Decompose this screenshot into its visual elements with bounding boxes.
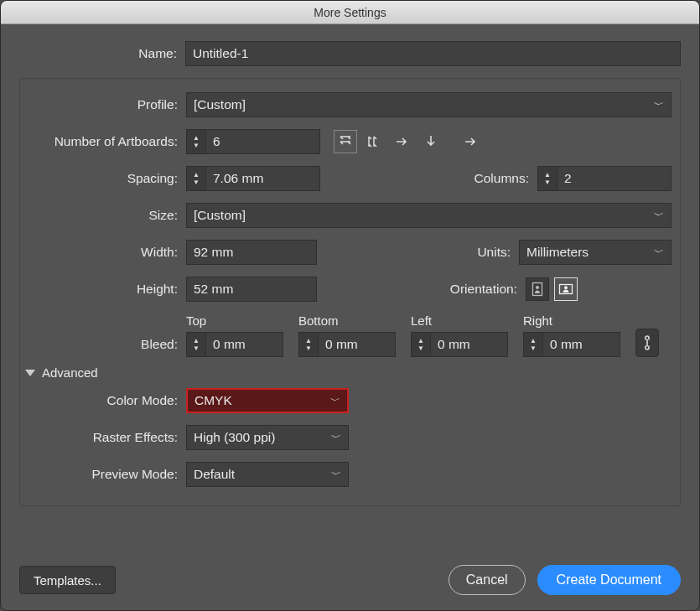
cancel-button[interactable]: Cancel [449, 565, 526, 595]
bleed-link-button[interactable] [635, 329, 659, 357]
stepper-arrows-icon[interactable]: ▲▼ [411, 332, 431, 357]
profile-label: Profile: [23, 97, 186, 112]
preview-mode-dropdown[interactable]: Default ﹀ [186, 462, 349, 487]
titlebar: More Settings [1, 1, 699, 24]
width-label: Width: [23, 245, 186, 260]
bleed-label: Bleed: [23, 337, 186, 357]
stepper-arrows-icon[interactable]: ▲▼ [186, 166, 206, 191]
chevron-down-icon: ﹀ [654, 246, 664, 260]
raster-effects-dropdown[interactable]: High (300 ppi) ﹀ [186, 425, 349, 450]
bleed-right-input[interactable]: 0 mm [543, 332, 620, 357]
bleed-left-stepper[interactable]: ▲▼ 0 mm [411, 332, 508, 357]
stepper-arrows-icon[interactable]: ▲▼ [537, 166, 557, 191]
size-label: Size: [23, 208, 186, 223]
num-artboards-input[interactable]: 6 [206, 129, 320, 154]
height-input[interactable]: 52 mm [186, 277, 317, 302]
num-artboards-stepper[interactable]: ▲▼ 6 [186, 129, 320, 154]
color-mode-label: Color Mode: [23, 393, 186, 408]
advanced-label: Advanced [42, 365, 98, 380]
bleed-top-input[interactable]: 0 mm [206, 332, 283, 357]
artboard-arrangement-icons [334, 130, 483, 153]
grid-by-col-icon[interactable] [362, 130, 386, 153]
spacing-stepper[interactable]: ▲▼ 7.06 mm [186, 166, 320, 191]
stepper-arrows-icon[interactable]: ▲▼ [186, 129, 206, 154]
name-label: Name: [19, 46, 185, 61]
bleed-bottom-input[interactable]: 0 mm [319, 332, 396, 357]
stepper-arrows-icon[interactable]: ▲▼ [523, 332, 543, 357]
create-document-button[interactable]: Create Document [537, 565, 681, 595]
orientation-label: Orientation: [427, 282, 526, 297]
size-dropdown[interactable]: [Custom] ﹀ [186, 203, 671, 228]
dialog-content: Name: Untitled-1 Profile: [Custom] ﹀ Num… [1, 24, 699, 560]
dialog-footer: Templates... Cancel Create Document [1, 560, 699, 610]
name-input[interactable]: Untitled-1 [185, 41, 681, 66]
grid-by-row-icon[interactable] [334, 130, 357, 153]
bleed-top-label: Top [186, 313, 206, 328]
stepper-arrows-icon[interactable]: ▲▼ [186, 332, 206, 357]
document-section: Profile: [Custom] ﹀ Number of Artboards:… [19, 78, 681, 506]
advanced-disclosure[interactable]: Advanced [25, 365, 671, 380]
disclosure-triangle-icon [25, 370, 35, 376]
height-label: Height: [23, 282, 186, 297]
svg-point-1 [536, 286, 539, 289]
chevron-down-icon: ﹀ [331, 468, 341, 482]
units-label: Units: [469, 245, 519, 260]
spacing-input[interactable]: 7.06 mm [206, 166, 320, 191]
col-down-icon[interactable] [419, 130, 443, 153]
stepper-arrows-icon[interactable]: ▲▼ [298, 332, 319, 357]
orientation-landscape-button[interactable] [554, 277, 578, 301]
bleed-left-label: Left [411, 313, 432, 328]
templates-button[interactable]: Templates... [19, 566, 116, 594]
raster-effects-label: Raster Effects: [23, 430, 186, 445]
chevron-down-icon: ﹀ [654, 98, 664, 112]
orientation-portrait-button[interactable] [526, 277, 549, 301]
num-artboards-label: Number of Artboards: [23, 134, 186, 149]
svg-point-3 [564, 286, 568, 289]
row-ltr-icon[interactable] [391, 130, 414, 153]
bleed-right-stepper[interactable]: ▲▼ 0 mm [523, 332, 620, 357]
chevron-down-icon: ﹀ [330, 394, 340, 408]
bleed-top-stepper[interactable]: ▲▼ 0 mm [186, 332, 283, 357]
units-dropdown[interactable]: Millimeters ﹀ [519, 240, 671, 265]
profile-dropdown[interactable]: [Custom] ﹀ [186, 92, 671, 117]
chevron-down-icon: ﹀ [654, 209, 664, 223]
columns-input[interactable]: 2 [557, 166, 671, 191]
color-mode-dropdown[interactable]: CMYK ﹀ [186, 388, 349, 413]
window-title: More Settings [314, 6, 386, 19]
bleed-bottom-stepper[interactable]: ▲▼ 0 mm [298, 332, 396, 357]
more-settings-dialog: More Settings Name: Untitled-1 Profile: … [0, 0, 700, 611]
preview-mode-label: Preview Mode: [23, 467, 186, 482]
bleed-right-label: Right [523, 313, 552, 328]
bleed-bottom-label: Bottom [298, 313, 339, 328]
bleed-left-input[interactable]: 0 mm [431, 332, 508, 357]
columns-label: Columns: [462, 171, 537, 186]
columns-stepper[interactable]: ▲▼ 2 [537, 166, 671, 191]
row-rtl-icon[interactable] [459, 130, 483, 153]
spacing-label: Spacing: [23, 171, 186, 186]
width-input[interactable]: 92 mm [186, 240, 317, 265]
chevron-down-icon: ﹀ [331, 431, 341, 445]
